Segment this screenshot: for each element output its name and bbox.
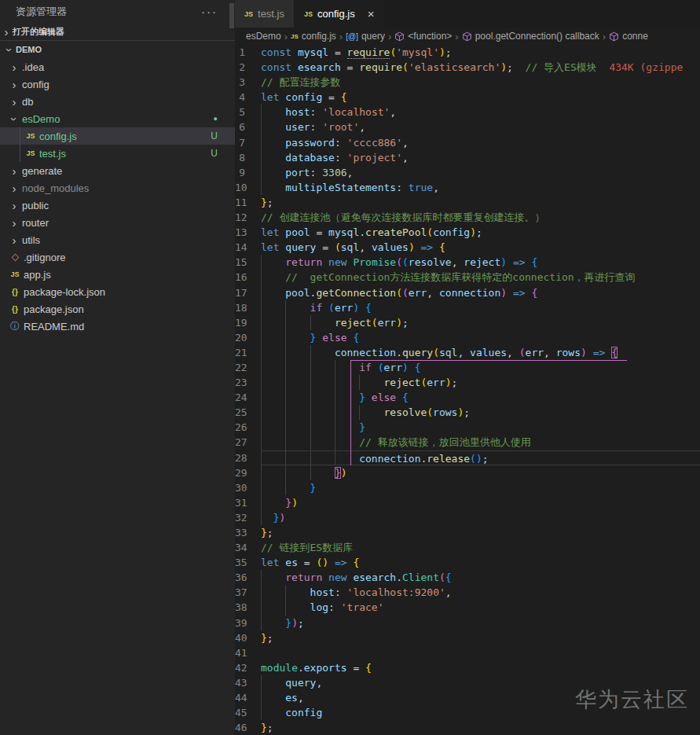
code-editor[interactable]: 1const mysql = require('mysql');2const e… [235, 45, 700, 735]
code-token: , [457, 347, 470, 358]
code-token: , [433, 182, 439, 193]
tree-item-config-js[interactable]: JSconfig.jsU [0, 127, 235, 145]
line-number: 17 [235, 285, 261, 300]
more-actions-icon[interactable]: ··· [201, 8, 218, 16]
code-token: resolve [383, 406, 427, 418]
chevron-right-icon[interactable]: › [8, 78, 20, 91]
line-number: 13 [235, 225, 261, 240]
code-token: ) [279, 512, 285, 524]
code-token: pool [285, 226, 310, 238]
code-token: ) [476, 453, 482, 465]
tree-item-public[interactable]: ›public [0, 197, 235, 214]
tree-item-package-json[interactable]: {}package.json [0, 300, 235, 318]
breadcrumb-item-5[interactable]: conne [609, 31, 648, 42]
line-content: module.exports = { [261, 660, 700, 675]
code-token: { [415, 362, 421, 373]
code-token: 'trace' [341, 601, 384, 613]
tab-test-js[interactable]: JStest.js [235, 0, 294, 28]
line-content: }; [261, 630, 700, 645]
code-line-38: 38log: 'trace' [235, 600, 700, 615]
line-number: 33 [235, 525, 261, 540]
chevron-right-icon[interactable]: › [8, 61, 20, 74]
indent-guide [261, 150, 285, 165]
indent-guide [285, 435, 310, 450]
breadcrumb-item-4[interactable]: pool.getConnection() callback [462, 31, 599, 42]
indent-guide [261, 180, 285, 195]
breadcrumb-separator-icon: › [339, 31, 343, 42]
breadcrumb: esDemo›JSconfig.js›[@]query›<function>›p… [235, 28, 700, 45]
code-token: ; [298, 617, 304, 629]
code-token: password [285, 137, 335, 149]
chevron-down-icon[interactable]: › [8, 112, 21, 125]
code-token: config [285, 707, 322, 718]
line-content: }) [261, 465, 700, 480]
tree-item-generate[interactable]: ›generate [0, 162, 235, 179]
indent-guide [310, 345, 335, 360]
code-token: ; [452, 377, 458, 388]
tree-item-esdemo[interactable]: ›esDemo● [0, 110, 235, 127]
indent-guide [261, 300, 285, 315]
code-token: return [285, 256, 328, 268]
indent-guide [285, 451, 310, 465]
indent-guide [310, 405, 335, 420]
tree-item--idea[interactable]: ›.idea [0, 58, 235, 75]
breadcrumb-item-3[interactable]: <function> [394, 31, 452, 42]
chevron-right-icon[interactable]: › [8, 95, 20, 108]
explorer-header: 资源管理器 ··· [0, 0, 235, 24]
tree-item-app-js[interactable]: JSapp.js [0, 266, 235, 283]
explorer-title: 资源管理器 [16, 5, 67, 19]
code-token: values [372, 241, 409, 253]
line-number: 22 [235, 360, 261, 375]
tab-config-js[interactable]: JSconfig.js× [295, 0, 383, 28]
git-modified-dot-icon: ● [214, 115, 218, 123]
line-number: 9 [235, 165, 261, 180]
close-icon[interactable]: × [368, 7, 375, 20]
code-token: : [310, 121, 323, 133]
open-editors-section[interactable]: › 打开的编辑器 [0, 24, 235, 41]
tree-item-router[interactable]: ›router [0, 214, 235, 231]
code-token: ( [402, 61, 409, 73]
indent-guide [261, 510, 273, 525]
breadcrumb-item-2[interactable]: [@]query [346, 31, 385, 42]
chevron-right-icon[interactable]: › [8, 199, 20, 212]
chevron-right-icon[interactable]: › [8, 216, 20, 230]
chevron-right-icon[interactable]: › [8, 164, 20, 178]
code-token: user [285, 121, 310, 133]
code-token: = [310, 226, 328, 238]
sidebar-scrollbar-thumb[interactable] [229, 3, 234, 28]
tree-item-node-modules[interactable]: ›node_modules [0, 179, 235, 197]
tree-item-utils[interactable]: ›utils [0, 231, 235, 248]
tree-item--gitignore[interactable]: .gitignore [0, 248, 235, 266]
indent-guide [261, 435, 285, 450]
indent-guide [310, 315, 335, 330]
indent-guide [261, 690, 285, 705]
tree-item-readme-md[interactable]: ⓘREADME.md [0, 318, 235, 335]
code-token: ; [402, 317, 409, 329]
breadcrumb-item-1[interactable]: JSconfig.js [291, 31, 336, 42]
chevron-right-icon[interactable]: › [8, 182, 20, 195]
breadcrumb-item-0[interactable]: esDemo [246, 31, 281, 42]
code-token: } [310, 482, 317, 494]
chevron-right-icon[interactable]: › [8, 233, 20, 247]
breadcrumb-separator-icon: › [603, 31, 606, 42]
code-token: else [316, 332, 353, 344]
chevron-right-icon: › [0, 25, 13, 39]
code-token: // getConnection方法连接数据库获得特定的connection，再… [285, 271, 635, 283]
tree-item-db[interactable]: ›db [0, 93, 235, 110]
code-token: const [261, 61, 298, 73]
tree-item-package-lock-json[interactable]: {}package-lock.json [0, 283, 235, 300]
root-folder-row[interactable]: › DEMO [0, 41, 235, 58]
code-token: ( [427, 226, 433, 238]
js-icon: JS [26, 149, 35, 157]
tree-item-label: db [22, 96, 33, 108]
tree-item-test-js[interactable]: JStest.jsU [0, 145, 235, 162]
indent-guide [261, 495, 285, 510]
code-line-28: 28connection.release(); [235, 450, 700, 465]
tree-item-config[interactable]: ›config [0, 75, 235, 93]
code-line-5: 5host: 'localhost', [235, 105, 700, 119]
line-content: reject(err); [261, 375, 700, 390]
indent-guide [310, 390, 335, 405]
line-content: log: 'trace' [261, 600, 700, 615]
code-token: ; [507, 61, 525, 73]
symbol-variable-icon: [@] [346, 32, 358, 41]
